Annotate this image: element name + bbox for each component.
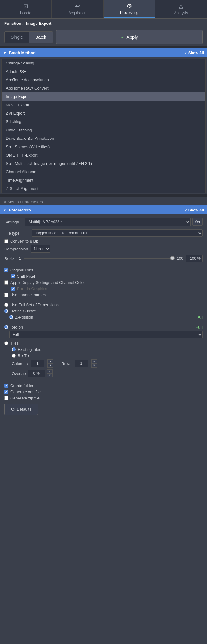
single-button[interactable]: Single [5,32,29,43]
rows-spin-group: ▲ ▼ [91,359,97,368]
burn-in-row: Burn-in Graphics [4,286,203,291]
generate-zip-row: Generate zip file [4,396,203,400]
shift-pixel-checkbox[interactable] [11,274,15,278]
use-channel-names-label: Use channel names [10,293,46,297]
defaults-label: Defaults [17,407,32,412]
method-item[interactable]: ZVI Export [2,109,205,117]
columns-down-button[interactable]: ▼ [47,364,53,368]
resize-min: 1 [19,256,21,261]
resize-slider-thumb[interactable] [170,256,175,260]
original-data-label: Original Data [10,268,34,272]
method-item[interactable]: Time Alignment [2,176,205,184]
z-position-value: All [197,315,203,320]
divider-2 [0,194,207,197]
tab-locate-label: Locate [20,11,31,15]
rows-up-button[interactable]: ▲ [91,359,97,364]
z-position-radio[interactable] [9,315,13,319]
batch-method-show-all[interactable]: ✓ Show All [184,51,204,55]
define-subset-row: Define Subset [4,309,203,313]
tiles-row: Tiles [4,341,203,346]
region-value: Full [196,325,203,329]
apply-display-label: Apply Display Settings and Channel Color [10,280,85,285]
apply-display-checkbox[interactable] [4,280,8,285]
method-item[interactable]: OME TIFF-Export [2,151,205,159]
use-channel-names-checkbox[interactable] [4,293,8,297]
generate-zip-label: Generate zip file [10,396,40,400]
use-full-set-row: Use Full Set of Dimensions [4,302,203,307]
columns-up-button[interactable]: ▲ [47,359,53,364]
tab-locate[interactable]: ⊡ Locate [0,0,52,18]
apply-display-row: Apply Display Settings and Channel Color [4,280,203,285]
columns-input[interactable] [31,360,44,367]
apply-label: Apply [127,34,138,40]
parameters-arrow-icon: ▼ [3,208,6,212]
z-position-label: Z-Position [15,315,33,320]
method-item[interactable]: Split Multiblock Image (for images until… [2,159,205,168]
locate-icon: ⊡ [24,3,28,10]
method-item[interactable]: Split Scenes (Write files) [2,143,205,151]
original-data-checkbox[interactable] [4,268,8,272]
region-select[interactable]: Full [9,331,203,338]
rows-down-button[interactable]: ▼ [91,364,97,368]
compression-row: Compression None [4,245,203,253]
method-item[interactable]: Undo Stitching [2,126,205,134]
compression-select[interactable]: None [31,245,50,253]
method-item[interactable]: Movie Export [2,101,205,109]
batch-button[interactable]: Batch [29,32,53,43]
batch-method-arrow-icon: ▼ [3,51,6,55]
method-item[interactable]: ApoTome deconvolution [2,76,205,84]
divider-4 [4,300,203,300]
create-folder-checkbox[interactable] [4,384,8,388]
define-subset-radio[interactable] [4,309,8,313]
existing-tiles-row: Existing Tiles [4,347,203,352]
mode-row: Single Batch ✓ Apply [0,28,207,46]
overlap-input[interactable] [28,370,45,377]
burn-in-label: Burn-in Graphics [17,286,47,291]
apply-button[interactable]: ✓ Apply [56,30,203,44]
batch-method-title: Batch Method [9,51,36,55]
method-item[interactable]: Change Scaling [2,59,205,67]
acquisition-icon: ↩ [75,3,80,10]
method-item[interactable]: Stitching [2,117,205,126]
generate-zip-checkbox[interactable] [4,396,8,400]
existing-tiles-radio[interactable] [12,347,16,351]
top-nav: ⊡ Locate ↩ Acquisition ⚙ Processing △ An… [0,0,207,19]
resize-row: Resize 1 100 100 % [4,255,203,262]
overlap-down-button[interactable]: ▼ [47,373,53,377]
burn-in-checkbox[interactable] [11,287,15,291]
resize-label: Resize [4,256,17,261]
method-item[interactable]: Draw Scale Bar Annotation [2,134,205,143]
tab-acquisition[interactable]: ↩ Acquisition [52,0,103,18]
rows-input[interactable] [75,360,88,367]
method-item[interactable]: Attach PSF [2,67,205,76]
generate-xml-checkbox[interactable] [4,390,8,394]
tab-analysis[interactable]: △ Analysis [155,0,207,18]
tab-processing[interactable]: ⚙ Processing [104,0,155,18]
method-item-image-export[interactable]: Image Export [2,92,205,101]
resize-slider-track [24,258,175,259]
region-radio[interactable] [4,325,8,329]
function-label: Function: [4,21,23,26]
resize-value: 100 % [186,255,203,262]
overlap-up-button[interactable]: ▲ [47,369,53,373]
resize-max: 100 [177,256,183,261]
method-params-label: # Method Parameters [0,197,207,205]
convert-8bit-checkbox[interactable] [4,239,8,243]
defaults-icon: ↺ [11,406,15,412]
method-item[interactable]: ApoTome RAW Convert [2,84,205,92]
tiles-radio[interactable] [4,341,8,345]
defaults-button[interactable]: ↺ Defaults [4,404,38,415]
region-label: Region [10,325,23,329]
overlap-label: Overlap [12,371,26,376]
original-data-row: Original Data [4,268,203,272]
existing-tiles-label: Existing Tiles [18,347,41,352]
gear-button[interactable]: ⚙▾ [192,218,203,226]
use-full-set-radio[interactable] [4,303,8,307]
retile-radio[interactable] [12,354,16,358]
method-item[interactable]: Z-Stack Alignment [2,184,205,193]
parameters-show-all[interactable]: ✓ Show All [184,208,204,212]
settings-select[interactable]: Matthijs MBAA033 * [25,218,191,226]
method-item[interactable]: Channel Alignment [2,168,205,176]
file-type-select[interactable]: Tagged Image File Format (TIFF) [32,229,203,237]
analysis-icon: △ [179,3,183,10]
